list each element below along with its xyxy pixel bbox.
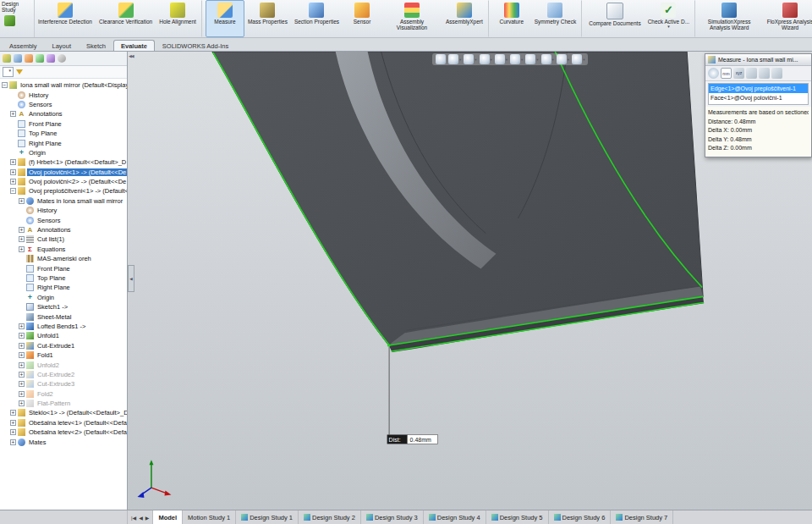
tree-expand-toggle[interactable]: + [19, 198, 25, 204]
tree-item[interactable]: + Steklo<1> -> (Default<<Default>_D [0, 408, 127, 417]
arc-measurement-icon[interactable] [708, 68, 719, 79]
graphics-viewport[interactable]: Dist: 0.48mm [128, 52, 812, 510]
ribbon-button[interactable]: Section Properties [291, 0, 343, 37]
tree-item[interactable]: + Mates [0, 437, 127, 446]
tree-item[interactable]: History [0, 90, 127, 99]
tree-expand-toggle[interactable]: + [19, 343, 25, 349]
ribbon-button[interactable]: Assembly Visualization [381, 0, 442, 37]
command-tab[interactable]: Assembly [2, 40, 45, 51]
headsup-button[interactable]: ▾ [464, 54, 476, 64]
tree-item[interactable]: + Obešalna letev<2> (Default<<Defa [0, 427, 127, 437]
tab-pane-pin-icon[interactable] [58, 54, 66, 63]
headsup-button[interactable]: ▾ [525, 54, 538, 64]
tree-expand-toggle[interactable]: + [10, 111, 16, 117]
headsup-button[interactable]: ▾ [510, 54, 523, 64]
tree-expand-toggle[interactable]: + [19, 391, 25, 397]
tree-item[interactable]: Top Plane [0, 129, 127, 138]
headsup-button[interactable] [436, 54, 446, 64]
tree-item[interactable]: + Fold1 [0, 350, 127, 360]
ribbon-button[interactable]: AssemblyXpert [442, 0, 489, 37]
headsup-button[interactable]: ▾ [495, 54, 508, 64]
tree-expand-toggle[interactable]: + [10, 169, 16, 175]
prev-tab-icon[interactable]: ◀ [139, 515, 143, 521]
tree-expand-toggle[interactable]: + [19, 236, 25, 242]
tree-item[interactable]: + Annotations [0, 109, 127, 119]
tree-item[interactable]: + Unfold1 [0, 331, 127, 340]
panel-splitter-handle[interactable] [128, 265, 134, 292]
tree-expand-toggle[interactable]: + [10, 410, 16, 416]
tree-item[interactable]: + Unfold2 [0, 360, 127, 369]
panel-collapse-arrows-icon[interactable] [129, 53, 134, 58]
filter-dropdown-icon[interactable] [3, 67, 14, 77]
study-tab[interactable]: Design Study 1 [236, 510, 299, 524]
tree-item[interactable]: + Cut-Extrude1 [0, 341, 127, 350]
next-tab-icon[interactable]: ▶ [145, 515, 150, 521]
displaymanager-tab-icon[interactable] [47, 54, 55, 63]
tree-item[interactable]: + Equations [0, 245, 127, 254]
tree-expand-toggle[interactable]: + [19, 372, 25, 378]
tree-expand-toggle[interactable]: − [10, 188, 16, 194]
tree-expand-toggle[interactable]: + [10, 439, 16, 445]
tree-item[interactable]: + Cut-Extrude3 [0, 379, 127, 389]
tree-item[interactable]: + Lofted Bends1 -> [0, 322, 127, 331]
tree-item[interactable]: + Ovoj polovični<2> -> (Default<<De [0, 177, 127, 186]
measure-selection-list[interactable]: Edge<1>@Ovoj preploščitveni-1 Face<1>@Ov… [708, 83, 809, 105]
create-sensor-icon[interactable] [771, 68, 782, 79]
tree-expand-toggle[interactable]: + [19, 246, 25, 252]
propertymanager-tab-icon[interactable] [14, 54, 22, 63]
study-tab[interactable]: Design Study 5 [486, 510, 549, 524]
tree-item[interactable]: Top Plane [0, 273, 127, 283]
tree-item[interactable]: + Ovoj polovični<1> -> (Default<<De [0, 168, 127, 177]
tree-item[interactable]: − Iona small wall mirror (Default<Displa… [0, 80, 127, 90]
tree-expand-toggle[interactable]: + [19, 352, 25, 358]
tree-item[interactable]: + Fold2 [0, 389, 127, 399]
selection-list-item[interactable]: Edge<1>@Ovoj preploščitveni-1 [709, 84, 808, 93]
ribbon-button[interactable]: Check Active D... ▾ [645, 0, 696, 37]
tree-item[interactable]: + Cut-Extrude2 [0, 370, 127, 379]
command-tab[interactable]: SOLIDWORKS Add-Ins [155, 40, 236, 51]
headsup-button[interactable]: ▾ [541, 54, 554, 64]
dimxpertmanager-tab-icon[interactable] [36, 54, 44, 63]
design-study-button[interactable]: Design Study [0, 0, 35, 37]
headsup-button[interactable]: ▾ [557, 54, 569, 64]
tree-item[interactable]: Sensors [0, 100, 127, 109]
tree-expand-toggle[interactable]: + [19, 333, 25, 339]
tree-item[interactable]: MAS-ameriski oreh [0, 254, 127, 263]
show-xyz-icon[interactable] [733, 68, 744, 79]
tree-expand-toggle[interactable]: + [19, 400, 25, 406]
tree-expand-toggle[interactable]: − [2, 82, 8, 88]
tree-item[interactable]: + (f) Hrbet<1> (Default<<Default>_D [0, 157, 127, 167]
tree-expand-toggle[interactable]: + [10, 159, 16, 165]
study-tab[interactable]: Design Study 4 [424, 510, 486, 524]
units-in-mm-icon[interactable] [721, 68, 732, 79]
tree-item[interactable]: − Ovoj preploščitveni<1> -> (Default< [0, 186, 127, 196]
tree-expand-toggle[interactable]: + [19, 323, 25, 329]
headsup-button[interactable]: ▾ [480, 54, 492, 64]
tree-item[interactable]: Right Plane [0, 138, 127, 147]
tree-item[interactable]: + Mates in Iona small wall mirror [0, 196, 127, 206]
selection-list-item[interactable]: Face<1>@Ovoj polovični-1 [709, 93, 808, 102]
featuremanager-tree-tab-icon[interactable] [3, 54, 11, 63]
study-tab[interactable]: Design Study 2 [299, 510, 361, 524]
tree-item[interactable]: Origin [0, 148, 127, 157]
tree-expand-toggle[interactable]: + [10, 179, 16, 185]
ribbon-button[interactable]: Compare Documents [585, 0, 644, 37]
headsup-button[interactable]: ▾ [448, 54, 461, 64]
study-tab[interactable]: Design Study 6 [549, 510, 612, 524]
study-tab[interactable]: Design Study 7 [611, 510, 673, 524]
ribbon-button[interactable]: Hole Alignment [156, 0, 202, 37]
study-tab[interactable]: Model [153, 510, 183, 524]
command-tab[interactable]: Layout [45, 40, 80, 51]
tree-item[interactable]: History [0, 206, 127, 215]
ribbon-button[interactable]: Interference Detection [35, 0, 96, 37]
study-tab[interactable]: Motion Study 1 [183, 510, 236, 524]
tree-item[interactable]: + Flat-Pattern [0, 399, 127, 408]
point-to-point-icon[interactable] [746, 68, 757, 79]
tree-item[interactable]: + Obešalna letev<1> (Default<<Defa [0, 418, 127, 427]
tree-item[interactable]: Origin [0, 293, 127, 302]
tree-item[interactable]: Right Plane [0, 283, 127, 292]
tree-item[interactable]: + Annotations [0, 225, 127, 234]
tree-item[interactable]: Sheet-Metal [0, 312, 127, 321]
measure-history-icon[interactable] [759, 68, 770, 79]
ribbon-button[interactable]: Measure [206, 0, 244, 37]
